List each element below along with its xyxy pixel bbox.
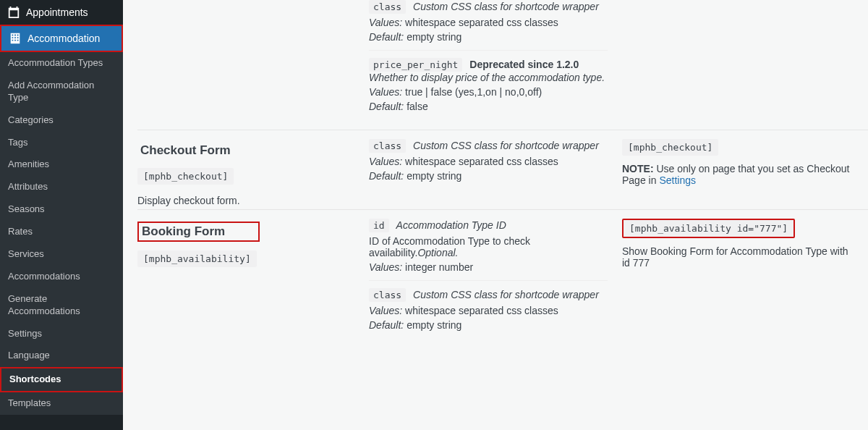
sidebar-item-appointments[interactable]: Appointments: [0, 0, 123, 25]
values-label: Values:: [369, 17, 402, 28]
param-name-class: class: [369, 0, 406, 14]
checkout-example-code: [mphb_checkout]: [622, 139, 718, 156]
values-text: whitespace separated css classes: [405, 305, 558, 316]
sidebar-item-amenities[interactable]: Amenities: [0, 153, 123, 176]
param-desc: Accommodation Type ID: [396, 219, 506, 231]
booking-example-code: [mphb_availability id="777"]: [622, 219, 795, 238]
sidebar-submenu: Accommodation Types Add Accommodation Ty…: [0, 52, 123, 415]
default-label: Default:: [369, 101, 404, 112]
booking-example-desc: Show Booking Form for Accommodation Type…: [622, 245, 854, 269]
building-icon: [9, 32, 22, 45]
checkout-note: NOTE: Use only on page that you set as C…: [622, 163, 854, 186]
checkout-shortcode-tag: [mphb_checkout]: [137, 168, 234, 185]
note-label: NOTE:: [622, 163, 654, 174]
sidebar-item-templates[interactable]: Templates: [0, 392, 123, 415]
sidebar-item-seasons[interactable]: Seasons: [0, 198, 123, 221]
values-label: Values:: [369, 156, 402, 167]
values-label: Values:: [369, 305, 402, 316]
values-text: integer number: [405, 261, 473, 273]
default-text: false: [407, 101, 428, 112]
sidebar-item-attributes[interactable]: Attributes: [0, 176, 123, 198]
default-label: Default:: [369, 170, 404, 182]
sidebar-item-rates[interactable]: Rates: [0, 221, 123, 243]
sidebar-item-services[interactable]: Services: [0, 243, 123, 266]
param-desc: Whether to display price of the accommod…: [369, 72, 605, 83]
booking-shortcode-tag: [mphb_availability]: [137, 250, 257, 267]
param-class: class Custom CSS class for shortcode wra…: [369, 288, 608, 338]
admin-sidebar: Appointments Accommodation Accommodation…: [0, 0, 123, 430]
checkout-desc: Display checkout form.: [137, 195, 354, 206]
default-text: empty string: [407, 31, 461, 43]
sidebar-item-accommodations[interactable]: Accommodations: [0, 266, 123, 288]
param-name-id: id: [369, 219, 389, 232]
param-sub-desc: ID of Accommodation Type to check availa…: [369, 235, 608, 258]
sidebar-top-label: Appointments: [26, 7, 88, 18]
values-text: whitespace separated css classes: [405, 17, 558, 28]
default-text: empty string: [407, 319, 461, 331]
sidebar-item-settings[interactable]: Settings: [0, 323, 123, 345]
param-id: id Accommodation Type ID ID of Accommoda…: [369, 219, 608, 281]
main-content: class Custom CSS class for shortcode wra…: [123, 0, 868, 430]
booking-form-title: Booking Form: [137, 222, 260, 242]
sidebar-main-label: Accommodation: [27, 33, 100, 44]
checkout-form-title: Checkout Form: [137, 142, 234, 159]
values-text: whitespace separated css classes: [405, 156, 558, 167]
param-class: class Custom CSS class for shortcode wra…: [369, 0, 608, 51]
values-label: Values:: [369, 86, 402, 98]
param-name-class: class: [369, 288, 406, 302]
values-text: true | false (yes,1,on | no,0,off): [405, 86, 542, 98]
sidebar-item-accommodation-types[interactable]: Accommodation Types: [0, 52, 123, 75]
calendar-icon: [7, 6, 20, 19]
param-desc: Custom CSS class for shortcode wrapper: [413, 1, 599, 12]
param-class: class Custom CSS class for shortcode wra…: [369, 139, 608, 189]
param-desc: Custom CSS class for shortcode wrapper: [413, 289, 599, 300]
deprecated-label: Deprecated since 1.2.0: [469, 59, 579, 70]
note-text: Use only on page that you set as Checkou…: [622, 163, 849, 186]
sidebar-item-categories[interactable]: Categories: [0, 109, 123, 132]
sidebar-item-accommodation[interactable]: Accommodation: [1, 26, 122, 51]
default-text: empty string: [407, 170, 461, 182]
param-name-class: class: [369, 139, 406, 153]
sidebar-item-shortcodes[interactable]: Shortcodes: [1, 368, 122, 391]
sidebar-item-add-accommodation-type[interactable]: Add Accommodation Type: [0, 75, 123, 109]
sidebar-item-language[interactable]: Language: [0, 345, 123, 367]
param-name-price: price_per_night: [369, 58, 462, 72]
sidebar-item-tags[interactable]: Tags: [0, 132, 123, 154]
param-price-per-night: price_per_night Deprecated since 1.2.0 W…: [369, 58, 608, 119]
default-label: Default:: [369, 319, 404, 331]
default-label: Default:: [369, 31, 404, 43]
settings-link[interactable]: Settings: [659, 174, 696, 186]
values-label: Values:: [369, 261, 402, 273]
sidebar-item-generate-accommodations[interactable]: Generate Accommodations: [0, 288, 123, 323]
param-desc: Custom CSS class for shortcode wrapper: [413, 140, 599, 151]
